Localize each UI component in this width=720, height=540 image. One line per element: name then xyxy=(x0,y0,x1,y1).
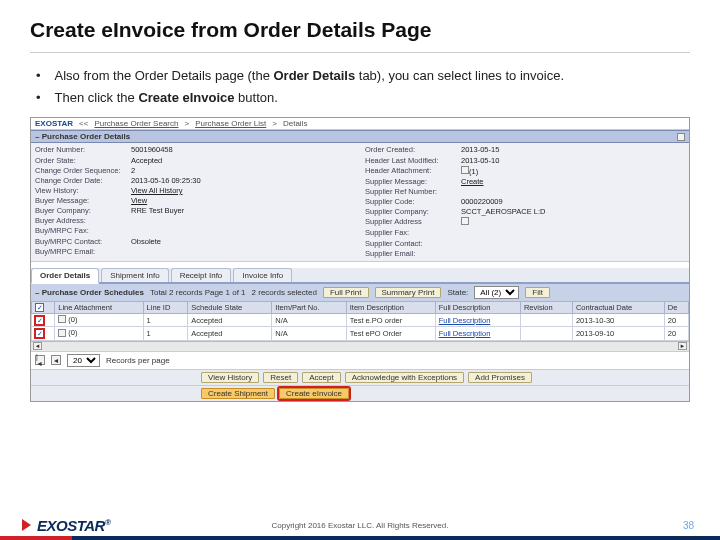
scroll-left-icon[interactable]: ◄ xyxy=(33,342,42,350)
reset-button[interactable]: Reset xyxy=(263,372,298,383)
view-history-button[interactable]: View History xyxy=(201,372,259,383)
cell: N/A xyxy=(272,327,346,341)
detail-row: Buy/MRPC Fax: xyxy=(35,226,355,236)
page-number: 38 xyxy=(683,520,694,531)
detail-value: SCCT_AEROSPACE L:D xyxy=(461,207,545,217)
column-header[interactable]: Line Attachment xyxy=(55,301,143,313)
state-select[interactable]: All (2) xyxy=(474,286,519,299)
detail-row: Supplier Message:Create xyxy=(365,177,685,187)
detail-row: Buyer Message:View xyxy=(35,196,355,206)
column-header[interactable]: Revision xyxy=(520,301,572,313)
bullet-list: • Also from the Order Details page (the … xyxy=(36,67,690,107)
detail-row: Supplier Code:0000220009 xyxy=(365,197,685,207)
detail-value: 0000220009 xyxy=(461,197,503,207)
detail-label: Order Number: xyxy=(35,145,127,155)
detail-row: Change Order Date:2013-05-16 09:25:30 xyxy=(35,176,355,186)
detail-row: Buyer Address: xyxy=(35,216,355,226)
detail-row: Supplier Ref Number: xyxy=(365,187,685,197)
detail-row: Supplier Contact: xyxy=(365,239,685,249)
detail-row: Order State:Accepted xyxy=(35,156,355,166)
detail-label: Supplier Code: xyxy=(365,197,457,207)
print-icon[interactable] xyxy=(677,133,685,141)
column-header[interactable]: Schedule State xyxy=(188,301,272,313)
full-print-button[interactable]: Full Print xyxy=(323,287,369,298)
tab-order-details[interactable]: Order Details xyxy=(31,268,99,284)
attachment-icon[interactable] xyxy=(461,217,469,225)
footer-logo: EXOSTAR® xyxy=(37,517,110,534)
cell: 20 xyxy=(664,313,688,327)
column-header[interactable]: Full Description xyxy=(435,301,520,313)
create-shipment-button[interactable]: Create Shipment xyxy=(201,388,275,399)
detail-label: Buy/MRPC Email: xyxy=(35,247,127,257)
filter-button[interactable]: Filt xyxy=(525,287,550,298)
detail-label: Buy/MRPC Fax: xyxy=(35,226,127,236)
detail-label: Supplier Company: xyxy=(365,207,457,217)
summary-print-button[interactable]: Summary Print xyxy=(375,287,442,298)
bullet-dot: • xyxy=(36,89,41,107)
detail-value: 2013-05-16 09:25:30 xyxy=(131,176,201,186)
column-header[interactable]: Item/Part No. xyxy=(272,301,346,313)
detail-value[interactable]: Create xyxy=(461,177,484,187)
cell: Test e.PO order xyxy=(346,313,435,327)
detail-label: Buyer Address: xyxy=(35,216,127,226)
detail-value[interactable]: View All History xyxy=(131,186,183,196)
accept-button[interactable]: Accept xyxy=(302,372,340,383)
horizontal-scrollbar[interactable]: ◄ ► xyxy=(31,341,689,351)
detail-value: 2 xyxy=(131,166,135,176)
breadcrumb-link[interactable]: Purchase Order Search xyxy=(94,119,178,128)
attachment-icon[interactable] xyxy=(58,315,66,323)
column-header[interactable]: De xyxy=(664,301,688,313)
detail-row: Buyer Company:RRE Test Buyer xyxy=(35,206,355,216)
detail-label: Buyer Company: xyxy=(35,206,127,216)
full-description-link[interactable]: Full Description xyxy=(435,327,520,341)
detail-label: Change Order Date: xyxy=(35,176,127,186)
column-header[interactable]: ✓ xyxy=(32,301,55,313)
select-all-checkbox[interactable]: ✓ xyxy=(35,303,44,312)
full-description-link[interactable]: Full Description xyxy=(435,313,520,327)
attachment-icon[interactable] xyxy=(461,166,469,174)
column-header[interactable]: Contractual Date xyxy=(572,301,664,313)
detail-row: Header Attachment:(1) xyxy=(365,166,685,177)
detail-value[interactable]: View xyxy=(131,196,147,206)
detail-row: Supplier Fax: xyxy=(365,228,685,238)
action-row-2: Create Shipment Create eInvoice xyxy=(31,385,689,401)
pager-prev-icon[interactable]: ◄ xyxy=(51,355,61,365)
attachment-icon[interactable] xyxy=(58,329,66,337)
detail-label: Supplier Message: xyxy=(365,177,457,187)
breadcrumb-back[interactable]: << xyxy=(79,119,88,128)
tab-receipt-info[interactable]: Receipt Info xyxy=(171,268,232,282)
column-header[interactable]: Line ID xyxy=(143,301,188,313)
pager-first-icon[interactable]: |◄ xyxy=(35,355,45,365)
cell xyxy=(520,313,572,327)
breadcrumb-current: Details xyxy=(283,119,307,128)
action-row-1: View History Reset Accept Acknowledge wi… xyxy=(31,369,689,385)
scroll-right-icon[interactable]: ► xyxy=(678,342,687,350)
table-row: ✓(0)1AcceptedN/ATest e.PO orderFull Desc… xyxy=(32,313,689,327)
detail-value: 5001960458 xyxy=(131,145,173,155)
detail-label: Header Last Modified: xyxy=(365,156,457,166)
row-checkbox[interactable]: ✓ xyxy=(35,329,44,338)
detail-row: Supplier Address xyxy=(365,217,685,228)
detail-value xyxy=(461,217,469,228)
add-promises-button[interactable]: Add Promises xyxy=(468,372,532,383)
column-header[interactable]: Item Description xyxy=(346,301,435,313)
page-size-select[interactable]: 20 xyxy=(67,354,100,367)
bullet-item: • Also from the Order Details page (the … xyxy=(36,67,690,85)
tab-invoice-info[interactable]: Invoice Info xyxy=(233,268,292,282)
detail-row: Order Number:5001960458 xyxy=(35,145,355,155)
detail-label: Supplier Ref Number: xyxy=(365,187,457,197)
cell: 2013-10-30 xyxy=(572,313,664,327)
create-einvoice-button[interactable]: Create eInvoice xyxy=(279,388,349,399)
row-checkbox[interactable]: ✓ xyxy=(35,316,44,325)
bullet-dot: • xyxy=(36,67,41,85)
cell: Test ePO Order xyxy=(346,327,435,341)
tab-shipment-info[interactable]: Shipment Info xyxy=(101,268,168,282)
breadcrumb-sep: > xyxy=(184,119,189,128)
record-selected: 2 records selected xyxy=(252,288,317,297)
cell: N/A xyxy=(272,313,346,327)
table-row: ✓(0)1AcceptedN/ATest ePO OrderFull Descr… xyxy=(32,327,689,341)
ack-exceptions-button[interactable]: Acknowledge with Exceptions xyxy=(345,372,464,383)
pager: |◄ ◄ 20 Records per page xyxy=(31,351,689,369)
breadcrumb-link[interactable]: Purchase Order List xyxy=(195,119,266,128)
details-panel: Order Number:5001960458Order State:Accep… xyxy=(31,143,689,261)
